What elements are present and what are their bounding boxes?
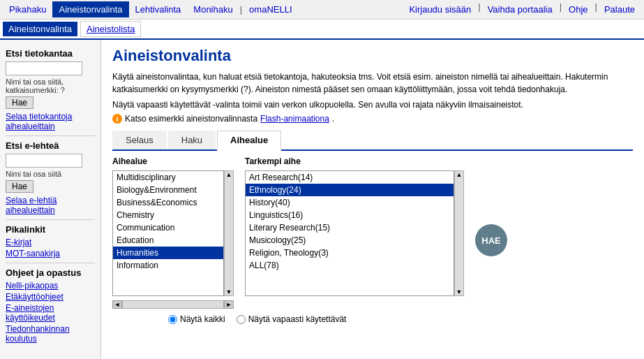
tarkempi-scroll-down[interactable]: ▼ xyxy=(455,288,463,295)
db-search-input[interactable] xyxy=(6,61,82,75)
aihealue-item[interactable]: Biology&Environment xyxy=(113,184,223,196)
intro-text-2: Näytä vapaasti käytettävät -valinta toim… xyxy=(112,98,633,111)
sidebar-divider-2 xyxy=(6,219,95,220)
aihealue-hscroll-right[interactable]: ► xyxy=(224,300,234,309)
db-desc: Nimi tai osa siitä, katkaisumerkki: ? xyxy=(6,78,95,94)
nav-link-kirjaudu[interactable]: Kirjaudu sisään xyxy=(403,1,477,17)
sidebar: Etsi tietokantaa Nimi tai osa siitä, kat… xyxy=(0,40,101,359)
nav-link-ohje[interactable]: Ohje xyxy=(562,1,594,17)
db-section-title: Etsi tietokantaa xyxy=(6,48,95,59)
nav-link-palaute[interactable]: Palaute xyxy=(598,1,641,17)
aihealue-label: Aihealue xyxy=(112,156,234,166)
sidebar-link-kayttooikeudet[interactable]: E-aineistojen käyttöikeudet xyxy=(6,303,95,323)
aihealue-item[interactable]: Humanities xyxy=(113,247,223,259)
db-browse-link[interactable]: Selaa tietokantoja aihealueittain xyxy=(6,112,95,131)
tarkempi-item[interactable]: Musicology(25) xyxy=(246,234,454,247)
radio-row: Näytä kaikki Näytä vapaasti käytettävät xyxy=(168,314,633,324)
radio-vapaasti-label: Näytä vapaasti käytettävät xyxy=(248,314,347,324)
aihealue-item[interactable]: Education xyxy=(113,234,223,247)
tarkempi-item[interactable]: ALL(78) xyxy=(246,259,454,272)
aihealue-scroll-down[interactable]: ▼ xyxy=(225,288,233,295)
tab-haku[interactable]: Haku xyxy=(168,131,216,149)
radio-kaikki-input[interactable] xyxy=(168,315,177,324)
flash-text: Katso esimerkki aineistonvalinnasta xyxy=(125,114,257,124)
help-title: Ohjeet ja opastus xyxy=(6,268,95,278)
radio-kaikki-label: Näytä kaikki xyxy=(180,314,225,324)
hae-button[interactable]: HAE xyxy=(475,224,507,256)
radio-vapaasti-input[interactable] xyxy=(237,315,246,324)
intro-text-1: Käytä aineistonvalintaa, kun haluat etsi… xyxy=(112,71,633,96)
journal-search-button[interactable]: Hae xyxy=(6,180,33,193)
aihealue-item[interactable]: Business&Economics xyxy=(113,196,223,209)
sidebar-divider-3 xyxy=(6,263,95,263)
aihealue-scroll-up[interactable]: ▲ xyxy=(225,171,233,178)
sidebar-link-mot[interactable]: MOT-sanakirja xyxy=(6,249,95,258)
nav-right-links: Kirjaudu sisään | Vaihda portaalia | Ohj… xyxy=(403,1,641,17)
journal-browse-link[interactable]: Selaa e-lehtiä aihealueittain xyxy=(6,196,95,215)
content-tabs: Selaus Haku Aihealue xyxy=(112,131,633,151)
tarkempi-item[interactable]: History(40) xyxy=(246,196,454,209)
tarkempi-item[interactable]: Linguistics(16) xyxy=(246,209,454,221)
tarkempi-column: Tarkempi aihe Art Research(14)Ethnology(… xyxy=(245,156,464,309)
tarkempi-item[interactable]: Literary Research(15) xyxy=(246,221,454,234)
aihealue-search-area: Aihealue MultidisciplinaryBiology&Enviro… xyxy=(112,156,633,309)
tarkempi-item[interactable]: Religion, Theology(3) xyxy=(246,247,454,259)
journal-section-title: Etsi e-lehteä xyxy=(6,140,95,151)
aihealue-hscroll[interactable]: ◄ ► xyxy=(112,300,234,309)
tarkempi-listbox-container: Art Research(14)Ethnology(24)History(40)… xyxy=(245,170,464,296)
radio-nayta-vapaasti[interactable]: Näytä vapaasti käytettävät xyxy=(237,314,347,324)
aihealue-item[interactable]: Chemistry xyxy=(113,209,223,221)
sidebar-link-etakaytto[interactable]: Etäkäyttöohjeet xyxy=(6,292,95,302)
nav-tab-oranelli[interactable]: omaNELLI xyxy=(243,1,298,17)
tarkempi-listbox[interactable]: Art Research(14)Ethnology(24)History(40)… xyxy=(245,170,454,296)
flash-info-row: i Katso esimerkki aineistonvalinnasta Fl… xyxy=(112,114,633,124)
tarkempi-scroll-up[interactable]: ▲ xyxy=(455,171,463,178)
nav-tab-lehtivalinta[interactable]: Lehtivalinta xyxy=(129,1,188,17)
page-title: Aineistonvalinta xyxy=(112,47,633,65)
sub-tab-aineistolista[interactable]: Aineistolista xyxy=(80,21,141,37)
journal-desc: Nimi tai osa siitä xyxy=(6,170,95,178)
tarkempi-item[interactable]: Art Research(14) xyxy=(246,171,454,184)
nav-tab-pikahaku[interactable]: Pikahaku xyxy=(3,1,52,17)
radio-nayta-kaikki[interactable]: Näytä kaikki xyxy=(168,314,225,324)
aihealue-item[interactable]: Communication xyxy=(113,221,223,234)
journal-search-input[interactable] xyxy=(6,154,82,168)
nav-tab-monihaku[interactable]: Monihaku xyxy=(187,1,239,17)
aihealue-scrollbar[interactable]: ▲ ▼ xyxy=(224,170,234,296)
tab-selaus[interactable]: Selaus xyxy=(112,131,167,149)
tarkempi-scrollbar[interactable]: ▲ ▼ xyxy=(454,170,464,296)
nav-link-vaihda[interactable]: Vaihda portaalia xyxy=(481,1,559,17)
aihealue-column: Aihealue MultidisciplinaryBiology&Enviro… xyxy=(112,156,234,309)
sub-tab-aineistonvalinta[interactable]: Aineistonvalinta xyxy=(3,22,77,36)
aihealue-hscroll-left[interactable]: ◄ xyxy=(112,300,122,309)
flash-animation-link[interactable]: Flash-animaationa xyxy=(260,114,329,124)
tarkempi-label: Tarkempi aihe xyxy=(245,156,464,166)
aihealue-hscroll-track[interactable] xyxy=(122,300,224,309)
aihealue-listbox-container: MultidisciplinaryBiology&EnvironmentBusi… xyxy=(112,170,234,296)
db-search-button[interactable]: Hae xyxy=(6,96,33,109)
links-title: Pikalinkit xyxy=(6,224,95,235)
aihealue-item[interactable]: Information xyxy=(113,259,223,272)
sidebar-link-koulutus[interactable]: Tiedonhankinnan koulutus xyxy=(6,324,95,344)
sidebar-link-ekirjat[interactable]: E-kirjat xyxy=(6,237,95,247)
aihealue-listbox[interactable]: MultidisciplinaryBiology&EnvironmentBusi… xyxy=(112,170,224,296)
aihealue-item[interactable]: Multidisciplinary xyxy=(113,171,223,184)
info-icon: i xyxy=(112,114,122,124)
sidebar-link-pikaopas[interactable]: Nelli-pikaopas xyxy=(6,281,95,291)
tarkempi-item[interactable]: Ethnology(24) xyxy=(246,184,454,196)
main-content: Aineistonvalinta Käytä aineistonvalintaa… xyxy=(101,40,644,359)
page-layout: Etsi tietokantaa Nimi tai osa siitä, kat… xyxy=(0,40,644,359)
sidebar-divider-1 xyxy=(6,135,95,136)
top-navigation: Pikahaku Aineistonvalinta Lehtivalinta M… xyxy=(0,0,644,20)
nav-tab-aineistonvalinta[interactable]: Aineistonvalinta xyxy=(52,1,128,17)
tab-aihealue[interactable]: Aihealue xyxy=(217,131,281,151)
sub-navigation: Aineistonvalinta Aineistolista xyxy=(0,20,644,40)
